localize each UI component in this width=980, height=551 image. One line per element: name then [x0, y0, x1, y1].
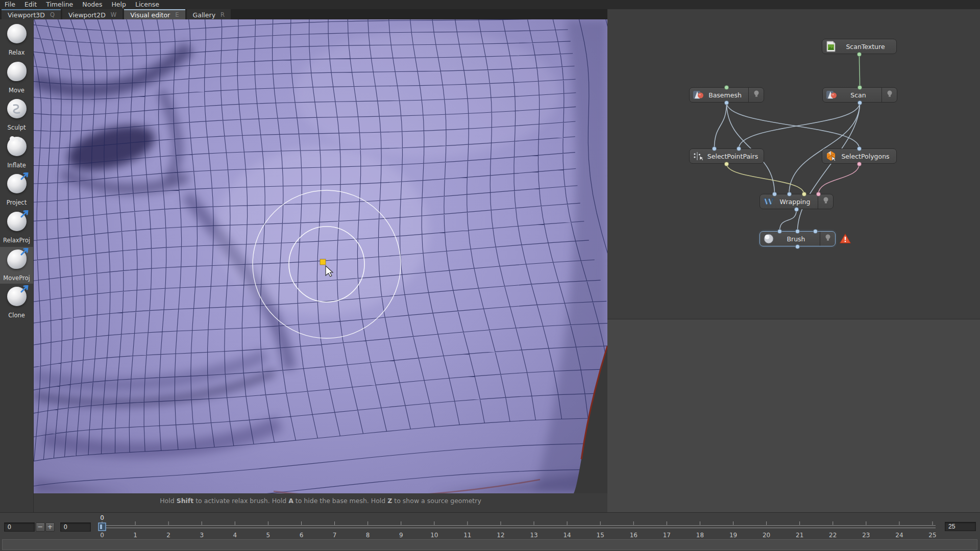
input-port-green[interactable]	[724, 85, 729, 90]
point-pairs-icon	[693, 151, 704, 162]
sphere-drop-icon	[7, 62, 27, 81]
brush-center-dot	[320, 259, 326, 265]
brush-outer-circle	[253, 190, 401, 338]
tab-shortcut: Q	[50, 11, 55, 18]
viewport-3d[interactable]	[34, 19, 607, 493]
timeline-tick-label: 1	[133, 532, 137, 539]
input-port-blue[interactable]	[737, 146, 741, 151]
lightbulb-icon	[823, 196, 829, 207]
node-label: SelectPointPairs	[704, 149, 764, 163]
tool-relaxproj[interactable]: RelaxProj	[0, 209, 33, 246]
output-port-blue[interactable]	[794, 207, 799, 212]
tab-label: Visual editor	[130, 11, 170, 19]
output-port-yellow[interactable]	[724, 162, 729, 166]
input-port-blue[interactable]	[857, 146, 862, 151]
geometry-icon	[826, 89, 837, 101]
tab-shortcut: R	[220, 11, 225, 18]
timeline-bar: − + 012345678910111213141516171819202122…	[0, 512, 980, 551]
tool-move[interactable]: Move	[0, 59, 33, 96]
node-visibility-toggle[interactable]	[818, 194, 833, 209]
timeline-tick-label: 4	[233, 532, 237, 539]
input-port-blue[interactable]	[787, 192, 792, 196]
status-hint: Hold Shift to activate relax brush. Hold…	[34, 493, 607, 512]
lightbulb-icon	[753, 90, 760, 100]
tool-label: RelaxProj	[0, 237, 33, 244]
output-port-blue[interactable]	[857, 101, 862, 105]
image-icon	[825, 41, 837, 52]
input-port-blue[interactable]	[777, 229, 782, 234]
tool-label: Move	[0, 87, 33, 94]
node-visibility-toggle[interactable]	[748, 88, 764, 102]
output-port-blue[interactable]	[724, 101, 729, 105]
output-port-blue[interactable]	[795, 244, 800, 249]
timeline-tick-label: 8	[366, 532, 370, 539]
tool-inflate[interactable]: Inflate	[0, 134, 33, 171]
tab-label: Viewport3D	[8, 11, 45, 19]
geometry-icon	[693, 89, 704, 101]
timeline-tick-label: 24	[895, 532, 903, 539]
timeline-tick-label: 14	[563, 532, 571, 539]
timeline-tick-label: 10	[430, 532, 438, 539]
menu-help[interactable]: Help	[107, 0, 131, 9]
input-port-pink[interactable]	[816, 192, 821, 196]
timeline-tick-label: 20	[763, 532, 770, 539]
timeline-tick-label: 18	[696, 532, 704, 539]
tab-gallery[interactable]: GalleryR	[187, 9, 231, 19]
node-label: Basemesh	[704, 88, 748, 102]
timeline-tick-label: 13	[530, 532, 537, 539]
timeline-tick-label: 0	[100, 532, 104, 539]
timeline-tick-label: 16	[630, 532, 638, 539]
menu-edit[interactable]: Edit	[20, 0, 41, 9]
tool-relax[interactable]: Relax	[0, 21, 33, 58]
tool-moveproj[interactable]: MoveProj	[0, 247, 33, 284]
tool-project[interactable]: Project	[0, 171, 33, 208]
timeline-tick-label: 15	[597, 532, 604, 539]
timeline-tick-label: 19	[729, 532, 737, 539]
brush-toolbar: RelaxMoveSculptInflateProjectRelaxProjMo…	[0, 19, 34, 512]
properties-panel	[607, 319, 980, 512]
timeline-tick-label: 21	[796, 532, 803, 539]
timeline-tick-label: 5	[266, 532, 271, 539]
lightbulb-icon	[887, 90, 893, 100]
warning-icon	[839, 233, 851, 246]
input-port-blue[interactable]	[795, 229, 800, 234]
tool-clone[interactable]: Clone	[0, 284, 33, 321]
application-window: FileEditTimelineNodesHelpLicense Viewpor…	[0, 0, 980, 551]
node-label: Wrapping	[774, 194, 818, 209]
tab-shortcut: E	[175, 11, 179, 18]
node-label: Scan	[837, 88, 881, 102]
input-port-green[interactable]	[857, 85, 862, 90]
menu-timeline[interactable]: Timeline	[41, 0, 78, 9]
tab-visual-editor[interactable]: Visual editorE	[124, 9, 185, 19]
tool-label: Sculpt	[0, 124, 33, 131]
node-editor[interactable]	[607, 9, 980, 319]
menu-license[interactable]: License	[131, 0, 164, 9]
brush-inner-circle	[289, 227, 364, 302]
tab-viewport3d[interactable]: Viewport3DQ	[2, 9, 61, 19]
tool-label: Project	[0, 199, 33, 206]
menu-file[interactable]: File	[0, 0, 20, 9]
tool-label: MoveProj	[0, 274, 33, 282]
node-visibility-toggle[interactable]	[881, 88, 897, 102]
tool-sculpt[interactable]: Sculpt	[0, 96, 33, 133]
timeline-range-box[interactable]	[2, 539, 977, 550]
node-label: SelectPolygons	[837, 149, 896, 163]
node-visibility-toggle[interactable]	[820, 232, 835, 246]
input-port-blue[interactable]	[712, 146, 717, 151]
tool-label: Inflate	[0, 162, 33, 169]
tab-label: Gallery	[193, 11, 216, 19]
input-port-blue[interactable]	[772, 192, 777, 196]
timeline-tick-label: 9	[399, 532, 403, 539]
polygons-icon	[825, 151, 837, 162]
menu-bar: FileEditTimelineNodesHelpLicense	[0, 0, 980, 9]
brush-icon	[763, 233, 774, 244]
tool-label: Clone	[0, 312, 33, 319]
input-port-blue[interactable]	[813, 229, 818, 234]
tab-viewport2d[interactable]: Viewport2DW	[62, 9, 122, 19]
menu-nodes[interactable]: Nodes	[78, 0, 107, 9]
timeline-tick-label: 2	[166, 532, 170, 539]
output-port-green[interactable]	[857, 52, 862, 57]
output-port-pink[interactable]	[857, 162, 862, 166]
tab-label: Viewport2D	[68, 11, 106, 19]
input-port-yellow[interactable]	[802, 192, 806, 196]
